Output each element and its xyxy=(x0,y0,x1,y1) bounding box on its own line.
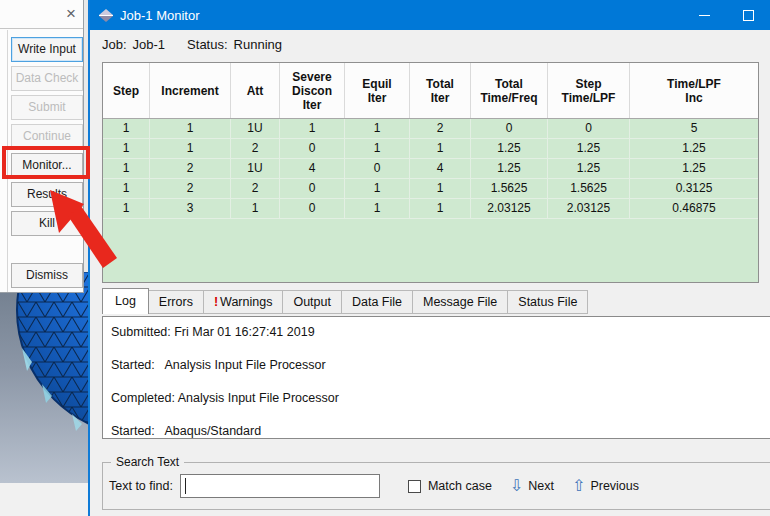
write-input-button[interactable]: Write Input xyxy=(11,37,83,62)
search-group-label: Search Text xyxy=(111,455,184,469)
table-cell: 1U xyxy=(231,159,280,178)
maximize-button[interactable] xyxy=(726,0,770,30)
table-cell: 1.25 xyxy=(548,159,630,178)
table-cell: 0 xyxy=(280,179,345,198)
match-case-label: Match case xyxy=(428,479,492,493)
table-cell: 1 xyxy=(103,119,150,138)
log-line: Started: Abaqus/Standard xyxy=(111,424,770,437)
table-cell: 1 xyxy=(280,119,345,138)
table-row: 1 2 1U 4 0 4 1.25 1.25 1.25 xyxy=(103,159,758,179)
table-cell: 1 xyxy=(345,119,410,138)
column-header: Step xyxy=(103,63,150,118)
next-button[interactable]: ⇩ Next xyxy=(510,478,554,494)
table-cell: 1.25 xyxy=(471,159,548,178)
table-cell: 4 xyxy=(280,159,345,178)
table-cell: 1.25 xyxy=(630,159,758,178)
table-cell: 1 xyxy=(410,139,471,158)
arrow-down-icon: ⇩ xyxy=(510,478,523,494)
titlebar[interactable]: Job-1 Monitor xyxy=(90,0,770,30)
table-cell: 2 xyxy=(150,159,231,178)
job-label: Job: xyxy=(102,37,127,52)
file-tabs: Log Errors !Warnings Output Data File Me… xyxy=(102,288,588,314)
tab-status-file[interactable]: Status File xyxy=(508,290,588,314)
text-cursor xyxy=(185,478,186,494)
tab-warnings[interactable]: !Warnings xyxy=(204,290,284,314)
close-icon[interactable]: × xyxy=(66,4,76,24)
job-status-bar: Job:Job-1Status:Running xyxy=(102,30,304,60)
job-monitor-window: Job-1 Monitor Job:Job-1Status:Running St… xyxy=(88,0,770,516)
log-line: Submitted: Fri Mar 01 16:27:41 2019 xyxy=(111,325,770,338)
table-cell: 0.46875 xyxy=(630,199,758,218)
table-cell: 0.3125 xyxy=(630,179,758,198)
table-row: 1 1 1U 1 1 2 0 0 5 xyxy=(103,119,758,139)
column-header: Equil Iter xyxy=(345,63,410,118)
table-row: 1 1 2 0 1 1 1.25 1.25 1.25 xyxy=(103,139,758,159)
table-cell: 1 xyxy=(345,179,410,198)
table-cell: 1 xyxy=(345,199,410,218)
tab-message-file[interactable]: Message File xyxy=(413,290,508,314)
tab-log[interactable]: Log xyxy=(102,288,149,314)
table-cell: 4 xyxy=(410,159,471,178)
table-row: 1 2 2 0 1 1 1.5625 1.5625 0.3125 xyxy=(103,179,758,199)
previous-button[interactable]: ⇧ Previous xyxy=(572,478,639,494)
job-value: Job-1 xyxy=(133,37,166,52)
table-cell: 1.25 xyxy=(630,139,758,158)
column-header: Total Time/Freq xyxy=(471,63,548,118)
job-monitor-diamond-icon xyxy=(99,8,113,22)
increment-table: Step Increment Att Severe Discon Iter Eq… xyxy=(102,62,759,283)
table-cell: 1 xyxy=(150,119,231,138)
table-cell: 1 xyxy=(150,139,231,158)
column-header: Step Time/LPF xyxy=(548,63,630,118)
table-cell: 0 xyxy=(471,119,548,138)
table-cell: 2.03125 xyxy=(471,199,548,218)
column-header: Total Iter xyxy=(410,63,471,118)
window-title: Job-1 Monitor xyxy=(120,8,199,23)
match-case-checkbox[interactable] xyxy=(408,480,421,493)
table-cell: 2 xyxy=(231,179,280,198)
maximize-icon xyxy=(743,10,754,21)
search-input[interactable] xyxy=(180,474,380,498)
table-cell: 5 xyxy=(630,119,758,138)
table-cell: 1 xyxy=(231,199,280,218)
tab-errors[interactable]: Errors xyxy=(149,290,204,314)
table-cell: 1.5625 xyxy=(471,179,548,198)
tab-output[interactable]: Output xyxy=(283,290,342,314)
submit-button: Submit xyxy=(11,95,83,120)
table-cell: 3 xyxy=(150,199,231,218)
previous-label: Previous xyxy=(590,479,639,493)
log-line: Completed: Analysis Input File Processor xyxy=(111,391,770,404)
next-label: Next xyxy=(528,479,554,493)
tab-data-file[interactable]: Data File xyxy=(342,290,413,314)
table-cell: 2 xyxy=(150,179,231,198)
job-manager-titlebar: × xyxy=(0,0,83,29)
status-value: Running xyxy=(234,37,282,52)
table-cell: 1 xyxy=(410,179,471,198)
column-header: Severe Discon Iter xyxy=(280,63,345,118)
table-cell: 2 xyxy=(410,119,471,138)
column-header: Increment xyxy=(150,63,231,118)
column-header: Time/LPF Inc xyxy=(630,63,758,118)
table-cell: 1 xyxy=(410,199,471,218)
table-cell: 1.25 xyxy=(471,139,548,158)
annotation-arrow xyxy=(30,180,130,280)
annotation-highlight-rectangle xyxy=(2,146,90,179)
table-cell: 0 xyxy=(280,139,345,158)
table-cell: 0 xyxy=(280,199,345,218)
table-cell: 1U xyxy=(231,119,280,138)
table-cell: 2 xyxy=(231,139,280,158)
viewport-bottom-strip xyxy=(0,483,88,516)
tab-warnings-label: Warnings xyxy=(220,295,272,309)
table-cell: 1.5625 xyxy=(548,179,630,198)
table-cell: 1 xyxy=(103,159,150,178)
meshed-sphere-model xyxy=(0,272,88,483)
warning-exclamation-icon: ! xyxy=(214,295,218,309)
log-output-area[interactable]: Submitted: Fri Mar 01 16:27:41 2019 Star… xyxy=(102,316,770,439)
minimize-button[interactable] xyxy=(682,0,726,30)
minimize-icon xyxy=(699,15,710,16)
search-text-group: Search Text Text to find: Match case ⇩ N… xyxy=(102,462,770,510)
table-cell: 1.25 xyxy=(548,139,630,158)
column-header: Att xyxy=(231,63,280,118)
data-check-button: Data Check xyxy=(11,66,83,91)
status-label: Status: xyxy=(187,37,227,52)
screen: × Write Input Data Check Submit Continue… xyxy=(0,0,770,516)
